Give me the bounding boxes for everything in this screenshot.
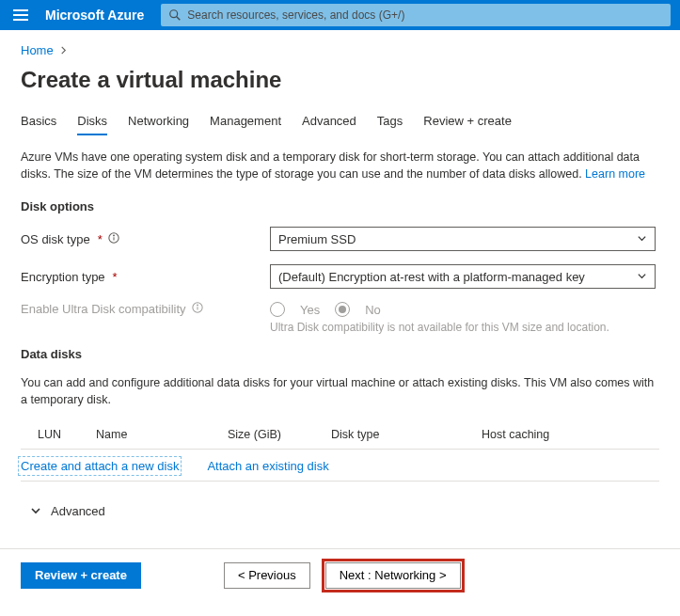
radio-no-label: No	[365, 303, 381, 317]
breadcrumb-home[interactable]: Home	[21, 43, 54, 57]
svg-point-7	[113, 235, 114, 236]
col-host-caching: Host caching	[482, 428, 659, 441]
row-ultra-disk: Enable Ultra Disk compatibility Yes No U…	[21, 302, 659, 334]
data-disk-links: Create and attach a new disk Attach an e…	[21, 450, 659, 481]
tab-tags[interactable]: Tags	[377, 114, 403, 135]
data-disks-desc: You can add and configure additional dat…	[21, 374, 659, 408]
tab-disks[interactable]: Disks	[77, 114, 107, 135]
row-encryption-type: Encryption type* (Default) Encryption at…	[21, 264, 659, 289]
section-data-disks: Data disks	[21, 347, 659, 361]
link-create-attach-disk[interactable]: Create and attach a new disk	[21, 459, 179, 473]
svg-point-10	[197, 305, 198, 306]
chevron-down-icon	[30, 505, 41, 516]
col-name: Name	[96, 428, 228, 441]
previous-button[interactable]: < Previous	[224, 562, 310, 589]
svg-point-3	[170, 10, 178, 18]
chevron-right-icon	[59, 43, 68, 57]
svg-rect-2	[13, 19, 28, 21]
ultra-label-text: Enable Ultra Disk compatibility	[21, 302, 186, 316]
radio-yes	[270, 302, 285, 317]
tab-management[interactable]: Management	[210, 114, 281, 135]
ultra-disk-control: Yes No Ultra Disk compatibility is not a…	[270, 302, 656, 334]
footer-bar: Review + create < Previous Next : Networ…	[0, 549, 680, 602]
section-disk-options: Disk options	[21, 199, 659, 213]
label-ultra-disk: Enable Ultra Disk compatibility	[21, 302, 270, 316]
svg-rect-1	[13, 14, 28, 16]
content-area: Home Create a virtual machine Basics Dis…	[0, 30, 680, 541]
radio-no	[335, 302, 350, 317]
chevron-down-icon	[637, 270, 647, 284]
required-asterisk: *	[113, 270, 118, 284]
row-os-disk-type: OS disk type* Premium SSD	[21, 227, 659, 251]
info-icon[interactable]	[192, 302, 203, 316]
brand-label[interactable]: Microsoft Azure	[41, 8, 153, 23]
search-icon	[168, 8, 182, 22]
advanced-expander[interactable]: Advanced	[21, 482, 659, 541]
os-disk-label-text: OS disk type	[21, 232, 90, 246]
tab-networking[interactable]: Networking	[128, 114, 189, 135]
radio-yes-label: Yes	[300, 303, 320, 317]
tab-description: Azure VMs have one operating system disk…	[21, 149, 659, 182]
breadcrumb: Home	[21, 43, 659, 57]
review-create-button[interactable]: Review + create	[21, 562, 141, 589]
chevron-down-icon	[637, 232, 647, 246]
page-title: Create a virtual machine	[21, 67, 659, 93]
search-box[interactable]	[161, 4, 671, 26]
select-value: (Default) Encryption at-rest with a plat…	[278, 270, 585, 284]
col-lun: LUN	[21, 428, 96, 441]
top-bar: Microsoft Azure	[0, 0, 680, 30]
data-disks-table-header: LUN Name Size (GiB) Disk type Host cachi…	[21, 422, 659, 449]
label-encryption-type: Encryption type*	[21, 270, 270, 284]
advanced-label: Advanced	[51, 504, 105, 518]
link-attach-existing-disk[interactable]: Attach an existing disk	[207, 459, 328, 473]
required-asterisk: *	[98, 232, 103, 246]
tab-review[interactable]: Review + create	[423, 114, 512, 135]
svg-line-4	[177, 17, 181, 21]
encryption-label-text: Encryption type	[21, 270, 105, 284]
ultra-hint: Ultra Disk compatibility is not availabl…	[270, 321, 656, 334]
tab-advanced[interactable]: Advanced	[302, 114, 356, 135]
col-size: Size (GiB)	[228, 428, 331, 441]
desc-text: Azure VMs have one operating system disk…	[21, 150, 640, 181]
tab-basics[interactable]: Basics	[21, 114, 56, 135]
menu-button[interactable]	[0, 0, 41, 30]
ultra-radio-group: Yes No	[270, 302, 656, 317]
info-icon[interactable]	[108, 232, 119, 246]
tab-bar: Basics Disks Networking Management Advan…	[21, 114, 659, 135]
svg-rect-0	[13, 9, 28, 11]
select-os-disk-type[interactable]: Premium SSD	[270, 227, 656, 251]
select-encryption-type[interactable]: (Default) Encryption at-rest with a plat…	[270, 264, 656, 289]
learn-more-link[interactable]: Learn more	[585, 167, 645, 181]
search-input[interactable]	[187, 8, 663, 22]
col-disk-type: Disk type	[331, 428, 482, 441]
label-os-disk-type: OS disk type*	[21, 232, 270, 246]
next-button[interactable]: Next : Networking >	[325, 562, 461, 589]
hamburger-icon	[13, 8, 28, 23]
select-value: Premium SSD	[278, 232, 356, 246]
